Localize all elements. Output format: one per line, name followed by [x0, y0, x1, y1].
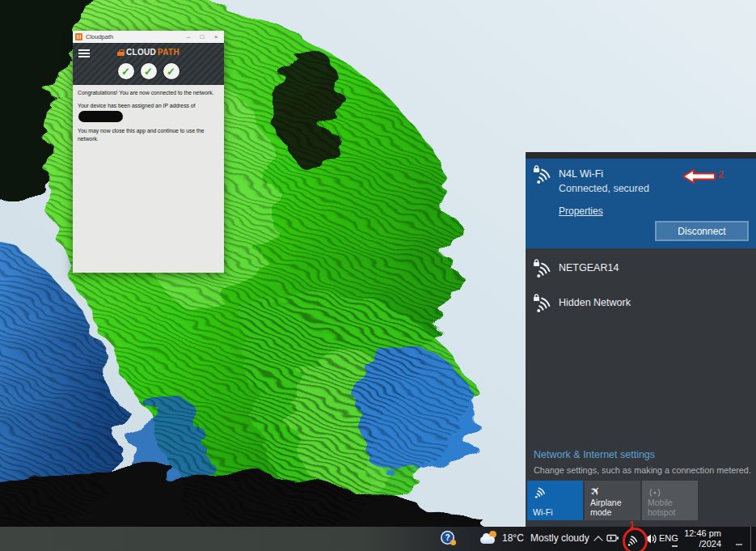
wifi-toggle-tile[interactable]: Wi-Fi — [527, 481, 583, 520]
flyout-top-strip — [526, 152, 756, 159]
network-name: Hidden Network — [559, 297, 631, 308]
minimize-button[interactable]: – — [183, 31, 194, 43]
lock-icon — [117, 49, 125, 56]
network-status: Connected, secured — [559, 183, 649, 194]
network-list-item[interactable]: Hidden Network — [526, 286, 756, 320]
artifact-dash — [672, 545, 678, 547]
cloudpath-body: Congratulations! You are now connected t… — [73, 85, 224, 273]
maximize-button[interactable]: □ — [196, 31, 208, 43]
taskbar-clock[interactable]: 12:46 pm /2024 — [678, 528, 721, 549]
success-check-icon: ✓ — [163, 63, 179, 79]
properties-link[interactable]: Properties — [559, 206, 603, 217]
weather-icon[interactable] — [480, 531, 498, 545]
airplane-mode-tile[interactable]: ✈ Airplane mode — [585, 481, 640, 520]
wifi-secured-icon — [533, 165, 554, 184]
ip-message: Your device has been assigned an IP addr… — [78, 102, 219, 109]
tile-label: Wi-Fi — [533, 507, 553, 517]
brand-cloud-text: CLOUD — [126, 48, 156, 57]
congrats-message: Congratulations! You are now connected t… — [78, 89, 219, 96]
window-title: Cloudpath — [85, 33, 180, 40]
chevron-up-icon[interactable] — [593, 536, 602, 545]
notification-badge — [450, 540, 456, 545]
wifi-icon — [533, 485, 548, 498]
annotation-step-1: 1 — [629, 519, 635, 531]
language-indicator[interactable]: ENG — [659, 533, 678, 543]
annotation-step-2: 2 — [718, 168, 724, 180]
show-desktop-button[interactable] — [750, 527, 751, 551]
clock-date: /2024 — [678, 539, 721, 549]
selected-network-item[interactable]: N4L Wi-Fi Connected, secured Properties … — [526, 159, 756, 248]
brand-path-text: PATH — [158, 48, 179, 57]
network-name: NETGEAR14 — [559, 262, 619, 273]
annotation-arrow-icon — [682, 169, 716, 184]
hamburger-menu-icon[interactable] — [78, 49, 90, 59]
hotspot-icon — [648, 485, 662, 498]
tile-label: Airplane mode — [590, 498, 640, 517]
success-check-icon: ✓ — [118, 63, 134, 79]
network-settings-link[interactable]: Network & Internet settings — [534, 449, 655, 460]
wifi-network-flyout: N4L Wi-Fi Connected, secured Properties … — [526, 152, 756, 527]
wifi-secured-icon — [533, 259, 554, 278]
artifact-dash — [736, 544, 742, 545]
tile-label: Mobile hotspot — [648, 498, 685, 517]
clock-time: 12:46 pm — [678, 528, 721, 539]
network-name: N4L Wi-Fi — [559, 168, 603, 180]
wifi-secured-icon — [533, 294, 554, 313]
cloudpath-header: CLOUDPATH ✓ ✓ ✓ — [73, 43, 224, 85]
cloudpath-window: Cloudpath – □ × CLOUDPATH ✓ ✓ ✓ Congratu… — [73, 31, 224, 273]
help-tray-icon[interactable]: ? — [441, 531, 454, 545]
network-settings-hint: Change settings, such as making a connec… — [534, 465, 751, 475]
annotation-circle — [623, 528, 648, 551]
cloudpath-logo: CLOUDPATH — [73, 43, 224, 57]
cloudpath-titlebar: Cloudpath – □ × — [73, 31, 224, 43]
close-button[interactable]: × — [210, 31, 222, 43]
mobile-hotspot-tile[interactable]: Mobile hotspot — [642, 481, 698, 520]
cloudpath-app-icon — [75, 33, 82, 40]
disconnect-button[interactable]: Disconnect — [655, 221, 749, 241]
quick-actions: Wi-Fi ✈ Airplane mode Mobile hotspot — [527, 481, 698, 520]
redacted-ip-address — [78, 111, 123, 122]
desktop: Cloudpath – □ × CLOUDPATH ✓ ✓ ✓ Congratu… — [0, 0, 756, 551]
progress-steps: ✓ ✓ ✓ — [73, 63, 224, 79]
power-tray-icon[interactable] — [606, 533, 619, 543]
close-app-message: You may now close this app and continue … — [78, 127, 207, 142]
network-list-item[interactable]: NETGEAR14 — [526, 252, 756, 286]
weather-condition[interactable]: Mostly cloudy — [530, 532, 589, 544]
success-check-icon: ✓ — [141, 63, 157, 79]
weather-temperature[interactable]: 18°C — [502, 532, 524, 544]
